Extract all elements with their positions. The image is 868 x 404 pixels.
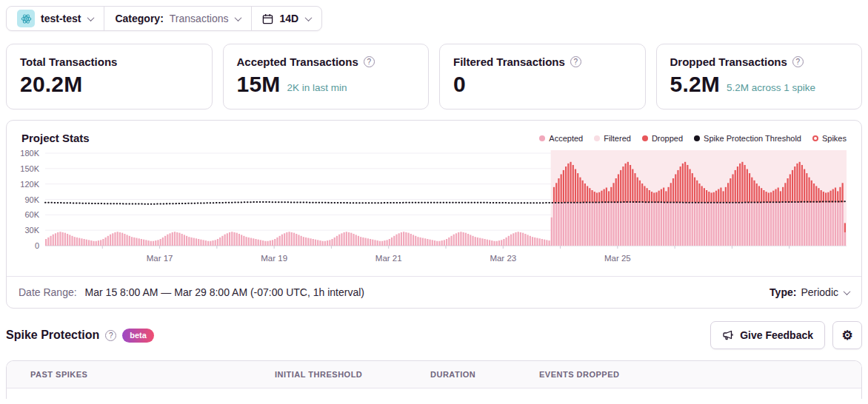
date-range-label: Date Range: xyxy=(19,286,77,298)
type-selector[interactable]: Type: Periodic xyxy=(769,286,849,298)
legend-ring-icon xyxy=(812,135,818,141)
column-duration: DURATION xyxy=(430,370,539,379)
project-avatar xyxy=(17,10,35,27)
card-filtered-transactions: Filtered Transactions ? 0 xyxy=(439,44,646,110)
project-stats-panel: Project Stats AcceptedFilteredDroppedSpi… xyxy=(6,120,862,309)
card-value: 0 xyxy=(453,73,466,96)
legend-item[interactable]: Accepted xyxy=(539,134,583,143)
column-initial-threshold: INITIAL THRESHOLD xyxy=(275,370,430,379)
svg-text:180K: 180K xyxy=(20,149,39,158)
svg-text:Mar 23: Mar 23 xyxy=(490,254,516,263)
gear-icon: ⚙ xyxy=(841,328,852,343)
question-circle-icon[interactable]: ? xyxy=(570,56,581,67)
column-events-dropped: EVENTS DROPPED xyxy=(539,370,861,379)
chevron-down-icon xyxy=(87,14,95,21)
usage-stats-page: test-test Category: Transactions 14D xyxy=(0,0,868,404)
date-range-value: Mar 15 8:00 AM — Mar 29 8:00 AM (-07:00 … xyxy=(85,286,364,298)
card-value: 5.2M xyxy=(670,73,721,96)
chevron-down-icon xyxy=(305,14,313,21)
project-stats-chart[interactable]: 030K60K90K120K150K180KMar 17Mar 19Mar 21… xyxy=(11,146,857,273)
card-title: Dropped Transactions xyxy=(670,55,787,68)
column-past-spikes: PAST SPIKES xyxy=(30,370,275,379)
chart-footer: Date Range: Mar 15 8:00 AM — Mar 29 8:00… xyxy=(7,276,861,308)
question-circle-icon[interactable]: ? xyxy=(792,56,804,67)
period-selector[interactable]: 14D xyxy=(251,7,321,30)
section-title: Spike Protection xyxy=(6,329,99,342)
legend-label: Accepted xyxy=(549,134,583,143)
legend-label: Dropped xyxy=(652,134,683,143)
give-feedback-label: Give Feedback xyxy=(740,329,813,341)
legend-dot-icon xyxy=(694,135,700,141)
category-value: Transactions xyxy=(170,13,229,24)
svg-text:60K: 60K xyxy=(24,210,39,219)
legend-dot-icon xyxy=(539,135,545,141)
card-title: Accepted Transactions xyxy=(237,55,358,68)
legend-item[interactable]: Spikes xyxy=(812,134,847,143)
category-label: Category: xyxy=(115,13,163,24)
chevron-down-icon xyxy=(844,288,851,295)
beta-badge: beta xyxy=(122,329,154,343)
chevron-down-icon xyxy=(235,14,242,21)
card-dropped-transactions: Dropped Transactions ? 5.2M 5.2M across … xyxy=(656,44,863,110)
svg-text:150K: 150K xyxy=(20,164,39,173)
card-value: 20.2M xyxy=(20,73,82,96)
question-circle-icon[interactable]: ? xyxy=(105,330,116,341)
spike-protection-header: Spike Protection ? beta Give Feedback ⚙ xyxy=(6,321,862,349)
legend-label: Spike Protection Threshold xyxy=(704,134,801,143)
card-total-transactions: Total Transactions 20.2M xyxy=(6,44,213,110)
svg-text:120K: 120K xyxy=(20,180,39,189)
period-value: 14D xyxy=(279,13,298,24)
table-row xyxy=(7,388,861,399)
project-name: test-test xyxy=(41,13,81,24)
legend-dot-icon xyxy=(642,135,648,141)
chart-legend: AcceptedFilteredDroppedSpike Protection … xyxy=(539,134,847,143)
svg-text:Mar 19: Mar 19 xyxy=(261,254,287,263)
card-subvalue: 2K in last min xyxy=(287,82,347,96)
stat-cards: Total Transactions 20.2M Accepted Transa… xyxy=(6,44,862,110)
table-header-row: PAST SPIKES INITIAL THRESHOLD DURATION E… xyxy=(7,361,861,388)
chart-title: Project Stats xyxy=(21,132,90,144)
type-label: Type: xyxy=(769,286,796,298)
legend-item[interactable]: Dropped xyxy=(642,134,683,143)
card-value: 15M xyxy=(237,73,281,96)
react-atom-icon xyxy=(21,13,32,24)
card-subvalue: 5.2M across 1 spike xyxy=(727,82,815,96)
card-accepted-transactions: Accepted Transactions ? 15M 2K in last m… xyxy=(223,44,430,110)
category-selector[interactable]: Category: Transactions xyxy=(104,7,251,30)
megaphone-icon xyxy=(722,329,734,341)
legend-label: Filtered xyxy=(604,134,631,143)
legend-item[interactable]: Spike Protection Threshold xyxy=(694,134,801,143)
question-circle-icon[interactable]: ? xyxy=(364,56,375,67)
calendar-icon xyxy=(262,13,273,24)
legend-item[interactable]: Filtered xyxy=(594,134,631,143)
past-spikes-table: PAST SPIKES INITIAL THRESHOLD DURATION E… xyxy=(6,360,862,399)
svg-text:90K: 90K xyxy=(24,195,39,204)
settings-button[interactable]: ⚙ xyxy=(832,321,862,349)
svg-text:Mar 25: Mar 25 xyxy=(604,254,631,263)
card-title: Filtered Transactions xyxy=(453,55,565,68)
give-feedback-button[interactable]: Give Feedback xyxy=(710,321,825,349)
project-selector[interactable]: test-test xyxy=(7,7,104,30)
card-title: Total Transactions xyxy=(20,55,117,68)
legend-dot-icon xyxy=(594,135,600,141)
svg-text:Mar 21: Mar 21 xyxy=(375,254,402,263)
filter-bar: test-test Category: Transactions 14D xyxy=(6,6,322,31)
type-value: Periodic xyxy=(801,286,838,298)
svg-text:Mar 17: Mar 17 xyxy=(147,254,173,263)
legend-label: Spikes xyxy=(822,134,847,143)
svg-text:0: 0 xyxy=(35,241,39,250)
svg-text:30K: 30K xyxy=(24,226,39,235)
